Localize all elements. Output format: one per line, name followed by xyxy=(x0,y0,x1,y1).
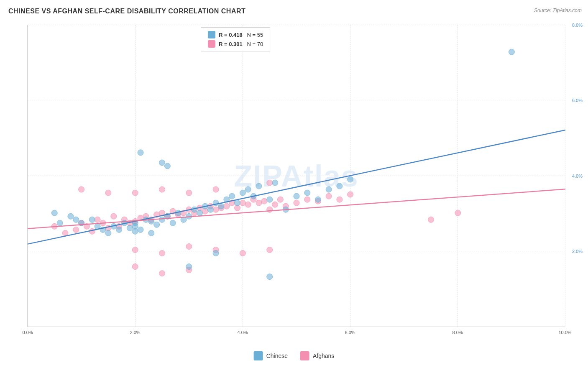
svg-point-2 xyxy=(73,227,79,232)
svg-point-91 xyxy=(256,183,262,189)
svg-point-56 xyxy=(186,243,192,249)
chinese-swatch xyxy=(208,31,215,38)
svg-point-106 xyxy=(132,228,138,234)
svg-point-51 xyxy=(159,186,165,192)
x-tick-4pct: 4.0% xyxy=(237,330,248,335)
svg-point-117 xyxy=(164,163,170,169)
svg-point-99 xyxy=(337,183,343,189)
svg-point-54 xyxy=(132,247,138,253)
svg-point-46 xyxy=(337,197,343,202)
svg-point-49 xyxy=(105,190,111,196)
svg-point-75 xyxy=(170,220,176,226)
svg-point-61 xyxy=(159,271,165,276)
svg-point-53 xyxy=(213,186,219,192)
legend-chinese-r: R = 0.418 N = 55 xyxy=(219,32,263,38)
svg-point-45 xyxy=(326,193,332,199)
x-tick-2pct: 2.0% xyxy=(130,330,140,335)
svg-point-82 xyxy=(207,207,213,212)
bottom-swatch-afghans xyxy=(300,351,309,360)
svg-point-118 xyxy=(213,250,219,256)
svg-point-5 xyxy=(89,228,95,234)
svg-point-88 xyxy=(240,190,245,196)
svg-point-6 xyxy=(95,217,100,222)
plot-area: ZIPAtlas 2.0% 4.0% 6.0% 8.0% 0.0% 2.0% 4… xyxy=(27,25,565,327)
svg-point-121 xyxy=(509,49,514,55)
svg-point-68 xyxy=(138,227,143,232)
svg-point-64 xyxy=(455,210,461,216)
svg-point-92 xyxy=(267,197,273,202)
svg-point-120 xyxy=(267,274,273,280)
svg-point-87 xyxy=(235,200,240,206)
svg-point-33 xyxy=(240,200,245,206)
x-tick-0pct: 0.0% xyxy=(22,330,33,335)
bottom-swatch-chinese xyxy=(254,351,263,360)
grid-line-v10 xyxy=(565,25,565,327)
svg-point-9 xyxy=(111,213,117,219)
svg-point-100 xyxy=(348,176,353,182)
legend-row-chinese: R = 0.418 N = 55 xyxy=(208,31,263,38)
svg-point-39 xyxy=(272,202,278,207)
x-tick-10pct: 10.0% xyxy=(558,330,571,335)
y-tick-4pct: 4.0% xyxy=(572,174,583,179)
afghans-swatch xyxy=(208,40,215,48)
svg-point-86 xyxy=(229,193,235,199)
svg-point-89 xyxy=(245,186,251,192)
svg-point-111 xyxy=(68,213,74,219)
svg-point-103 xyxy=(116,227,122,232)
svg-point-115 xyxy=(57,220,63,226)
legend-afghans-r: R = 0.301 N = 70 xyxy=(219,41,263,47)
chart-title: CHINESE VS AFGHAN SELF-CARE DISABILITY C… xyxy=(8,8,245,15)
svg-point-73 xyxy=(159,217,165,222)
y-tick-8pct: 8.0% xyxy=(572,23,583,28)
y-tick-6pct: 6.0% xyxy=(572,98,583,103)
svg-point-30 xyxy=(224,203,230,209)
svg-point-34 xyxy=(245,202,251,207)
x-tick-8pct: 8.0% xyxy=(452,330,463,335)
x-tick-6pct: 6.0% xyxy=(345,330,355,335)
chart-container: CHINESE VS AFGHAN SELF-CARE DISABILITY C… xyxy=(0,0,588,373)
svg-point-38 xyxy=(267,207,273,212)
svg-point-50 xyxy=(132,190,138,196)
source-label: Source: ZipAtlas.com xyxy=(534,8,582,13)
svg-point-84 xyxy=(218,203,224,209)
svg-point-97 xyxy=(315,197,321,202)
bottom-legend: Chinese Afghans xyxy=(254,351,335,360)
svg-point-114 xyxy=(51,210,57,216)
svg-point-112 xyxy=(73,217,79,222)
svg-point-37 xyxy=(261,198,267,204)
scatter-plot xyxy=(28,25,565,327)
svg-point-116 xyxy=(159,160,165,166)
svg-point-105 xyxy=(127,225,133,231)
svg-point-60 xyxy=(132,264,138,270)
svg-line-122 xyxy=(28,130,565,244)
svg-point-48 xyxy=(79,186,84,192)
svg-point-119 xyxy=(186,264,192,270)
legend-row-afghans: R = 0.301 N = 70 xyxy=(208,40,263,48)
svg-point-28 xyxy=(213,207,219,212)
svg-point-96 xyxy=(304,190,310,196)
svg-point-40 xyxy=(277,197,283,202)
svg-point-98 xyxy=(326,186,332,192)
svg-point-55 xyxy=(159,250,165,256)
bottom-label-afghans: Afghans xyxy=(313,353,334,359)
legend-box: R = 0.418 N = 55 R = 0.301 N = 70 xyxy=(201,27,270,51)
svg-point-42 xyxy=(294,200,299,206)
svg-point-101 xyxy=(105,230,111,236)
svg-point-52 xyxy=(186,190,192,196)
svg-point-59 xyxy=(267,247,273,253)
svg-point-47 xyxy=(348,192,353,197)
svg-point-108 xyxy=(89,217,95,222)
svg-point-107 xyxy=(138,150,143,156)
svg-point-58 xyxy=(240,250,245,256)
bottom-label-chinese: Chinese xyxy=(266,353,288,359)
y-tick-2pct: 2.0% xyxy=(572,249,583,254)
svg-point-93 xyxy=(272,180,278,186)
bottom-legend-chinese: Chinese xyxy=(254,351,288,360)
svg-point-72 xyxy=(154,222,160,227)
svg-point-65 xyxy=(267,180,273,186)
bottom-legend-afghans: Afghans xyxy=(300,351,334,360)
svg-point-36 xyxy=(256,200,262,206)
svg-point-80 xyxy=(197,210,203,216)
svg-point-63 xyxy=(428,217,434,222)
svg-point-43 xyxy=(304,197,310,202)
